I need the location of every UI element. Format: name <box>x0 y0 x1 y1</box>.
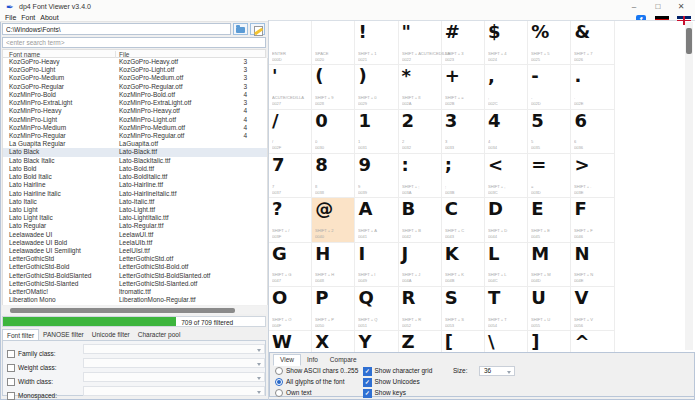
font-list-row[interactable]: KozMinPro-Regular KozMinPro-Regular.otf … <box>3 132 267 140</box>
glyph-cell-0039[interactable]: 990039 <box>355 154 398 198</box>
search-input[interactable] <box>2 37 266 48</box>
glyph-cell-0020[interactable]: SPACE0020 <box>312 21 355 65</box>
glyph-cell-0025[interactable]: %SHIFT + 50025 <box>528 21 571 65</box>
checkbox[interactable] <box>7 378 15 386</box>
glyph-cell-0035[interactable]: 550035 <box>528 110 571 154</box>
filter-combo[interactable] <box>83 358 265 368</box>
glyph-cell-0033[interactable]: 330033 <box>442 110 485 154</box>
font-list-row[interactable]: KozMinPro-Bold KozMinPro-Bold.otf 4 <box>3 91 267 99</box>
glyph-cell-0037[interactable]: 770037 <box>269 154 312 198</box>
glyph-cell-002E[interactable]: ..002E <box>571 65 614 109</box>
font-list-row[interactable]: LetterOMatic! ltromatic.ttf <box>3 288 267 296</box>
filter-tab-character-pool[interactable]: Character pool <box>134 329 185 340</box>
checkbox-option[interactable]: ✓Show keys <box>363 389 406 398</box>
glyph-cell-003F[interactable]: ?SHIFT + /003F <box>269 198 312 242</box>
glyph-cell-0050[interactable]: PSHIFT + P0050 <box>312 287 355 331</box>
font-list-row[interactable]: LetterGothicStd-Slanted LetterGothicStd-… <box>3 280 267 288</box>
font-list-row[interactable]: LetterGothicStd LetterGothicStd.otf <box>3 255 267 263</box>
font-list-row[interactable]: Lato Black Italic Lato-BlackItalic.ttf <box>3 157 267 165</box>
checkbox-icon[interactable]: ✓ <box>363 389 372 398</box>
glyph-cell-0043[interactable]: CSHIFT + C0043 <box>442 198 485 242</box>
font-list-row[interactable]: Lato Bold Italic Lato-BoldItalic.ttf <box>3 173 267 181</box>
glyph-cell-0046[interactable]: FSHIFT + F0046 <box>571 198 614 242</box>
font-list-row[interactable]: Leelawadee UI Bold LeelaUIb.ttf <box>3 239 267 247</box>
font-list-row[interactable]: Lato Light Italic Lato-LightItalic.ttf <box>3 214 267 222</box>
browse-folder-button[interactable] <box>233 23 248 35</box>
font-list-row[interactable]: Lato Regular Lato-Regular.ttf <box>3 222 267 230</box>
checkbox[interactable] <box>7 350 15 358</box>
font-list-row[interactable]: LetterGothicStd-BoldSlanted LetterGothic… <box>3 272 267 280</box>
checkbox-icon[interactable]: ✓ <box>363 378 372 387</box>
font-list-row[interactable]: KozGoPro-Regular KozGoPro-Regular.otf 3 <box>3 83 267 91</box>
font-list-row[interactable]: Lato Light Lato-Light.ttf <box>3 206 267 214</box>
view-tab-compare[interactable]: Compare <box>324 355 363 365</box>
glyph-cell-003A[interactable]: :SHIFT + ;003A <box>399 154 442 198</box>
glyph-cell-005A[interactable]: ZSHIFT + Z005A <box>399 331 442 353</box>
font-list-row[interactable]: KozMinPro-ExtraLight KozMinPro-ExtraLigh… <box>3 99 267 107</box>
filter-tab-unicode-filter[interactable]: Unicode filter <box>88 329 134 340</box>
filter-combo[interactable] <box>83 344 265 354</box>
radio-icon[interactable] <box>275 378 283 386</box>
glyph-cell-0024[interactable]: $SHIFT + 40024 <box>485 21 528 65</box>
menu-font[interactable]: Font <box>21 14 35 21</box>
font-list-row[interactable]: KozGoPro-Light KozGoPro-Light.otf 3 <box>3 66 267 74</box>
open-font-file-button[interactable] <box>250 23 265 35</box>
glyph-cell-0054[interactable]: TSHIFT + T0054 <box>485 287 528 331</box>
menu-file[interactable]: File <box>5 14 16 21</box>
menu-about[interactable]: About <box>40 14 58 21</box>
glyph-cell-0023[interactable]: #SHIFT + 30023 <box>442 21 485 65</box>
glyph-cell-0056[interactable]: VSHIFT + V0056 <box>571 287 614 331</box>
font-list-row[interactable]: Lato Bold Lato-Bold.ttf <box>3 165 267 173</box>
glyph-cell-0042[interactable]: BSHIFT + B0042 <box>399 198 442 242</box>
glyph-cell-003D[interactable]: ==003D <box>528 154 571 198</box>
font-list-row[interactable]: Lato Italic Lato-Italic.ttf <box>3 198 267 206</box>
font-list-row[interactable]: KozMinPro-Medium KozMinPro-Medium.otf 4 <box>3 124 267 132</box>
font-list-row[interactable]: Lato Hairline Italic Lato-HairlineItalic… <box>3 190 267 198</box>
glyph-cell-000D[interactable]: ENTER000D <box>269 21 312 65</box>
glyph-cell-0048[interactable]: HSHIFT + H0048 <box>312 243 355 287</box>
glyph-cell-0051[interactable]: QSHIFT + Q0051 <box>355 287 398 331</box>
close-button[interactable]: ✕ <box>672 1 690 12</box>
glyph-cell-005B[interactable]: [[005B <box>442 331 485 353</box>
filter-combo[interactable] <box>83 372 265 382</box>
glyph-cell-0055[interactable]: USHIFT + U0055 <box>528 287 571 331</box>
filter-combo[interactable] <box>83 386 265 396</box>
glyph-cell-004C[interactable]: LSHIFT + L004C <box>485 243 528 287</box>
radio-icon[interactable] <box>275 389 283 397</box>
glyph-cell-0044[interactable]: DSHIFT + D0044 <box>485 198 528 242</box>
radio-option[interactable]: Show ASCII chars 0..255 <box>275 367 358 376</box>
glyph-cell-0036[interactable]: 660036 <box>571 110 614 154</box>
font-list-row[interactable]: Liberation Mono LiberationMono-Regular.t… <box>3 296 267 304</box>
glyph-grid-scrollbar[interactable] <box>685 22 693 350</box>
glyph-cell-002A[interactable]: *SHIFT + 8002A <box>399 65 442 109</box>
font-list-row[interactable]: KozMinPro-Heavy KozMinPro-Heavy.otf 4 <box>3 107 267 115</box>
glyph-cell-0038[interactable]: 880038 <box>312 154 355 198</box>
glyph-cell-004F[interactable]: OSHIFT + O004F <box>269 287 312 331</box>
radio-option[interactable]: All glyphs of the font <box>275 378 345 387</box>
view-tab-info[interactable]: Info <box>301 355 324 365</box>
font-path-input[interactable] <box>2 23 231 35</box>
font-list-row[interactable]: Leelawadee UI LeelawUI.ttf <box>3 231 267 239</box>
checkbox-option[interactable]: ✓Show Unicodes <box>363 378 420 387</box>
glyph-cell-004A[interactable]: JSHIFT + J004A <box>399 243 442 287</box>
glyph-cell-0049[interactable]: ISHIFT + I0049 <box>355 243 398 287</box>
radio-icon[interactable] <box>275 367 283 375</box>
maximize-button[interactable]: □ <box>649 1 667 12</box>
glyph-cell-004D[interactable]: MSHIFT + M004D <box>528 243 571 287</box>
glyph-cell-0031[interactable]: 110031 <box>355 110 398 154</box>
glyph-cell-0057[interactable]: WSHIFT + W0057 <box>269 331 312 353</box>
font-list-row[interactable]: Lato Black Lato-Black.ttf <box>3 148 267 156</box>
radio-option[interactable]: Own text <box>275 389 312 398</box>
checkbox[interactable] <box>7 364 15 372</box>
scrollbar-thumb[interactable] <box>10 308 235 313</box>
glyph-cell-0021[interactable]: !SHIFT + 10021 <box>355 21 398 65</box>
checkbox-option[interactable]: ✓Show character grid <box>363 367 432 376</box>
glyph-cell-002F[interactable]: //002F <box>269 110 312 154</box>
glyph-cell-0034[interactable]: 440034 <box>485 110 528 154</box>
glyph-cell-0053[interactable]: SSHIFT + S0053 <box>442 287 485 331</box>
font-list-row[interactable]: KozGoPro-Heavy KozGoPro-Heavy.otf 3 <box>3 58 267 66</box>
glyph-cell-0058[interactable]: XSHIFT + X0058 <box>312 331 355 353</box>
font-list-row[interactable]: Lato Hairline Lato-Hairline.ttf <box>3 181 267 189</box>
checkbox-icon[interactable]: ✓ <box>363 367 372 376</box>
glyph-cell-003C[interactable]: <SHIFT + ,003C <box>485 154 528 198</box>
